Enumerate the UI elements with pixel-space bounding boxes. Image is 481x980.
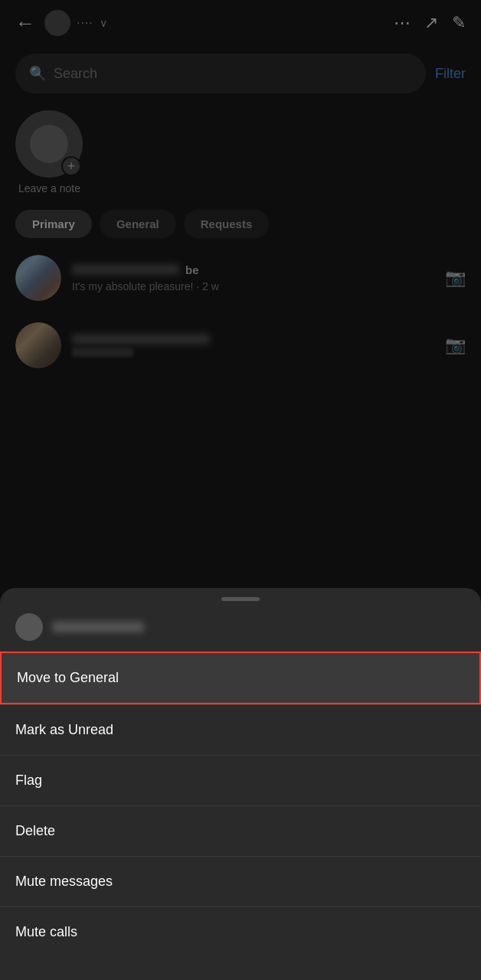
mark-as-unread-button[interactable]: Mark as Unread <box>0 705 481 755</box>
sheet-header <box>0 607 481 652</box>
drag-handle <box>221 597 260 601</box>
delete-button[interactable]: Delete <box>0 806 481 856</box>
mute-messages-button[interactable]: Mute messages <box>0 857 481 906</box>
sheet-header-name <box>52 622 144 632</box>
bottom-sheet: Move to General Mark as Unread Flag Dele… <box>0 588 481 980</box>
sheet-handle <box>0 588 481 607</box>
flag-button[interactable]: Flag <box>0 756 481 805</box>
sheet-avatar <box>15 613 43 641</box>
mute-calls-button[interactable]: Mute calls <box>0 907 481 957</box>
move-to-general-button[interactable]: Move to General <box>0 652 481 704</box>
